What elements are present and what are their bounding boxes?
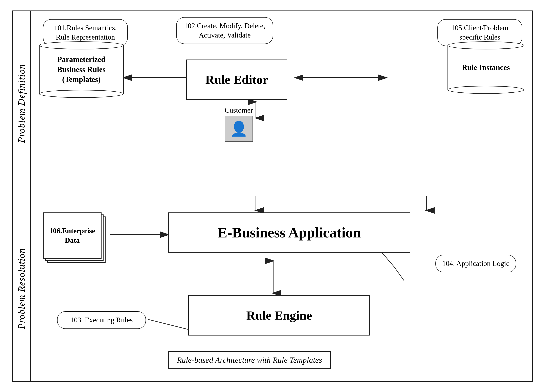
problem-resolution-section: Problem Resolution (13, 196, 30, 381)
svg-line-18 (394, 267, 404, 281)
cyl-bottom-2 (447, 86, 524, 94)
rule-instances-label: Rule Instances (462, 62, 510, 73)
problem-resolution-label: Problem Resolution (16, 248, 27, 329)
rule-engine-label: Rule Engine (246, 308, 312, 323)
parameterized-cylinder: Parameterized Business Rules (Templates) (39, 41, 124, 98)
problem-definition-section: Problem Definition (13, 11, 30, 196)
cyl-top-2 (447, 41, 524, 49)
cyl-top-1 (39, 41, 124, 49)
svg-line-16 (148, 319, 188, 330)
caption-box: Rule-based Architecture with Rule Templa… (168, 351, 331, 369)
ebusiness-label: E-Business Application (218, 224, 361, 241)
top-half: 101.Rules Semantics, Rule Representation… (31, 11, 532, 196)
cyl-body-2: Rule Instances (447, 45, 524, 90)
rule-editor-box: Rule Editor (186, 60, 287, 100)
parameterized-label: Parameterized Business Rules (Templates) (43, 55, 119, 84)
customer-figure: Customer 👤 (225, 106, 253, 142)
sidebar: Problem Definition Problem Resolution (13, 11, 31, 381)
enterprise-data-label: 106.Enterprise Data (47, 226, 98, 245)
callout-104: 104. Application Logic (435, 255, 516, 272)
cyl-bottom-1 (39, 90, 124, 98)
bottom-half: 106.Enterprise Data E-Business Applicati… (31, 196, 532, 381)
rule-instances-cylinder: Rule Instances (447, 41, 524, 94)
rule-editor-label: Rule Editor (205, 73, 268, 87)
customer-label: Customer (225, 106, 253, 114)
problem-definition-label: Problem Definition (16, 64, 27, 143)
cyl-body-1: Parameterized Business Rules (Templates) (39, 45, 124, 94)
diagram-container: Problem Definition Problem Resolution (12, 11, 533, 382)
ebusiness-box: E-Business Application (168, 212, 410, 253)
rule-engine-box: Rule Engine (188, 295, 370, 336)
main-content: 101.Rules Semantics, Rule Representation… (31, 11, 532, 381)
svg-line-17 (382, 253, 394, 267)
callout-102: 102.Create, Modify, Delete, Activate, Va… (176, 17, 273, 44)
enterprise-data: 106.Enterprise Data (43, 212, 105, 265)
caption-text: Rule-based Architecture with Rule Templa… (177, 355, 322, 365)
callout-103: 103. Executing Rules (57, 311, 146, 329)
